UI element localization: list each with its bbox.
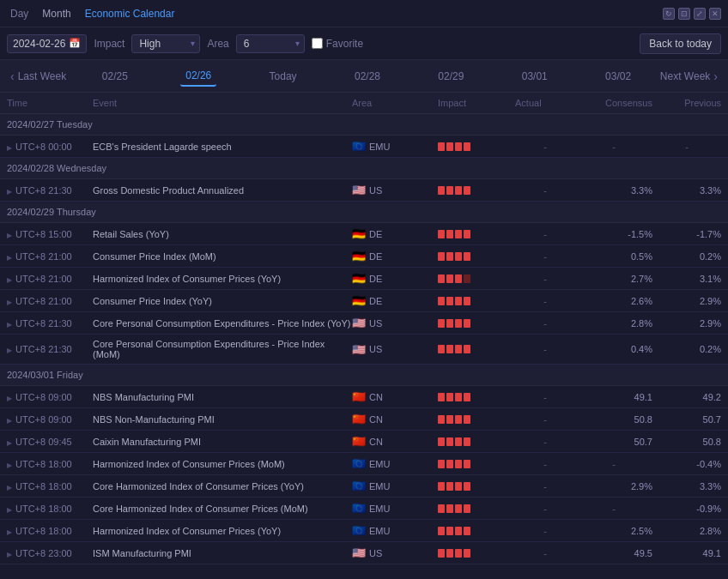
cell-consensus: 0.4% bbox=[575, 344, 652, 354]
cell-impact bbox=[438, 345, 515, 353]
top-bar: Day Month Economic Calendar ↻ ⊡ ⤢ ✕ bbox=[0, 0, 728, 27]
cell-actual: - bbox=[515, 274, 575, 284]
cell-previous: 2.9% bbox=[652, 318, 721, 329]
cell-time: ▶UTC+8 21:30 bbox=[7, 185, 93, 196]
cell-actual: - bbox=[515, 437, 575, 447]
area-code: EMU bbox=[369, 459, 390, 469]
table-row[interactable]: ▶UTC+8 21:30Core Personal Consumption Ex… bbox=[0, 335, 728, 365]
table-row[interactable]: ▶UTC+8 21:00Consumer Price Index (YoY)🇩🇪… bbox=[0, 290, 728, 312]
row-triangle: ▶ bbox=[7, 347, 12, 354]
favorite-checkbox[interactable] bbox=[312, 38, 323, 49]
impact-bar-2 bbox=[455, 393, 462, 401]
cell-area: 🇨🇳CN bbox=[352, 413, 438, 425]
flag-icon: 🇺🇸 bbox=[352, 184, 366, 196]
next-arrow[interactable]: › bbox=[710, 66, 721, 87]
cell-area: 🇨🇳CN bbox=[352, 435, 438, 448]
impact-bar-3 bbox=[464, 142, 470, 151]
impact-select[interactable]: High Medium Low bbox=[131, 34, 200, 53]
cell-actual: - bbox=[515, 459, 575, 469]
area-code: DE bbox=[369, 251, 382, 262]
cell-event: Retail Sales (YoY) bbox=[93, 229, 352, 239]
table-row[interactable]: ▶UTC+8 18:00Harmonized Index of Consumer… bbox=[0, 520, 728, 542]
table-row[interactable]: ▶UTC+8 18:00Core Harmonized Index of Con… bbox=[0, 498, 728, 520]
row-triangle: ▶ bbox=[7, 417, 12, 425]
cell-area: 🇺🇸US bbox=[352, 546, 438, 559]
favorite-checkbox-wrap[interactable]: Favorite bbox=[312, 38, 363, 50]
cell-consensus: 3.3% bbox=[575, 185, 652, 196]
row-triangle: ▶ bbox=[7, 461, 12, 469]
table-row[interactable]: ▶UTC+8 09:00NBS Manufacturing PMI🇨🇳CN-49… bbox=[0, 386, 728, 408]
cell-actual: - bbox=[515, 504, 575, 514]
impact-bar-3 bbox=[464, 230, 470, 238]
cell-event: Harmonized Index of Consumer Prices (MoM… bbox=[93, 459, 352, 469]
cell-previous: 50.7 bbox=[652, 414, 721, 425]
table-row[interactable]: ▶UTC+8 21:00Harmonized Index of Consumer… bbox=[0, 268, 728, 290]
cell-impact bbox=[438, 549, 515, 558]
refresh-btn[interactable]: ↻ bbox=[663, 8, 675, 20]
impact-bar-1 bbox=[446, 437, 453, 446]
nav-date-0226[interactable]: 02/26 bbox=[180, 66, 216, 87]
impact-bar-1 bbox=[446, 549, 453, 558]
table-row[interactable]: ▶UTC+8 18:00Core Harmonized Index of Con… bbox=[0, 475, 728, 498]
pip-btn[interactable]: ⊡ bbox=[678, 8, 690, 20]
table-row[interactable]: ▶UTC+8 00:00ECB's President Lagarde spee… bbox=[0, 136, 728, 158]
row-triangle: ▶ bbox=[7, 254, 12, 262]
nav-date-0301[interactable]: 03/01 bbox=[517, 67, 553, 86]
area-code: EMU bbox=[369, 504, 390, 514]
cell-previous: 2.9% bbox=[652, 296, 721, 306]
table-row[interactable]: ▶UTC+8 09:00NBS Non-Manufacturing PMI🇨🇳C… bbox=[0, 408, 728, 431]
cell-area: 🇪🇺EMU bbox=[352, 479, 438, 492]
impact-bar-3 bbox=[464, 345, 470, 353]
impact-bar-3 bbox=[464, 437, 470, 446]
table-row[interactable]: ▶UTC+8 23:00ISM Manufacturing PMI🇺🇸US-49… bbox=[0, 542, 728, 564]
cell-event: ISM Manufacturing PMI bbox=[93, 548, 352, 558]
table-row[interactable]: ▶UTC+8 09:45Caixin Manufacturing PMI🇨🇳CN… bbox=[0, 431, 728, 453]
cell-actual: - bbox=[515, 526, 575, 536]
table-row[interactable]: ▶UTC+8 21:30Core Personal Consumption Ex… bbox=[0, 312, 728, 335]
cell-previous: 3.3% bbox=[652, 185, 721, 196]
date-picker[interactable]: 2024-02-26 📅 bbox=[7, 34, 87, 53]
impact-select-wrapper: High Medium Low bbox=[131, 34, 200, 53]
cell-actual: - bbox=[515, 548, 575, 558]
close-btn[interactable]: ✕ bbox=[709, 8, 721, 20]
nav-dates: 02/25 02/26 Today 02/28 02/29 03/01 03/0… bbox=[73, 66, 660, 87]
col-previous: Previous bbox=[652, 98, 721, 108]
area-code: DE bbox=[369, 296, 382, 306]
nav-date-0229[interactable]: 02/29 bbox=[433, 67, 469, 86]
cell-previous: 0.2% bbox=[652, 251, 721, 262]
cell-event: Consumer Price Index (YoY) bbox=[93, 296, 352, 306]
impact-bar-2 bbox=[455, 252, 462, 261]
tab-month[interactable]: Month bbox=[39, 6, 74, 21]
impact-bar-2 bbox=[455, 460, 462, 468]
back-today-button[interactable]: Back to today bbox=[640, 33, 721, 54]
cell-time: ▶UTC+8 18:00 bbox=[7, 481, 93, 492]
tab-day[interactable]: Day bbox=[7, 6, 32, 21]
tab-economic[interactable]: Economic Calendar bbox=[85, 8, 175, 20]
impact-bar-3 bbox=[464, 460, 470, 468]
table-row[interactable]: ▶UTC+8 21:00Consumer Price Index (MoM)🇩🇪… bbox=[0, 245, 728, 268]
table-row[interactable]: ▶UTC+8 21:30Gross Domestic Product Annua… bbox=[0, 179, 728, 202]
nav-date-today[interactable]: Today bbox=[264, 67, 302, 86]
impact-bar-1 bbox=[446, 482, 453, 491]
nav-date-0228[interactable]: 02/28 bbox=[349, 67, 385, 86]
cell-event: Core Personal Consumption Expenditures -… bbox=[93, 318, 352, 329]
nav-date-0225[interactable]: 02/25 bbox=[97, 67, 133, 86]
cell-consensus: 0.5% bbox=[575, 251, 652, 262]
nav-date-0302[interactable]: 03/02 bbox=[600, 67, 636, 86]
expand-btn[interactable]: ⤢ bbox=[694, 8, 706, 20]
flag-icon: 🇪🇺 bbox=[352, 524, 366, 537]
table-row[interactable]: ▶UTC+8 15:00Retail Sales (YoY)🇩🇪DE--1.5%… bbox=[0, 223, 728, 245]
area-select[interactable]: 6 All bbox=[236, 34, 305, 53]
impact-bar-1 bbox=[446, 393, 453, 401]
table-row[interactable]: ▶UTC+8 18:00Harmonized Index of Consumer… bbox=[0, 453, 728, 475]
cell-time: ▶UTC+8 21:30 bbox=[7, 318, 93, 329]
prev-arrow[interactable]: ‹ bbox=[7, 66, 18, 87]
impact-bar-0 bbox=[438, 482, 445, 491]
impact-bar-3 bbox=[464, 297, 470, 305]
last-week-label[interactable]: Last Week bbox=[18, 70, 66, 82]
row-triangle: ▶ bbox=[7, 528, 12, 536]
cell-event: ECB's President Lagarde speech bbox=[93, 142, 352, 152]
area-code: DE bbox=[369, 274, 382, 284]
next-week-label[interactable]: Next Week bbox=[660, 70, 710, 82]
cell-previous: 3.1% bbox=[652, 274, 721, 284]
